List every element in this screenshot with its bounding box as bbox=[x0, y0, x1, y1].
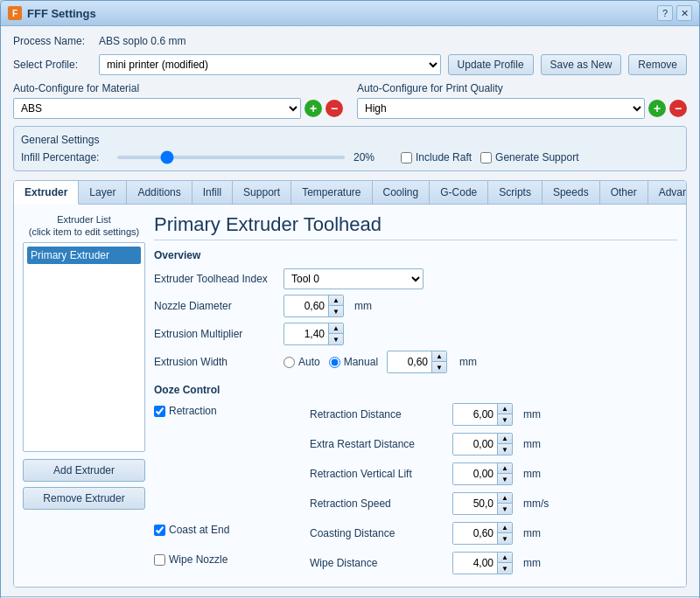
process-name-value: ABS soplo 0.6 mm bbox=[99, 35, 186, 47]
nozzle-diameter-row: Nozzle Diameter ▲ ▼ mm bbox=[154, 295, 677, 317]
ret-dist-down[interactable]: ▼ bbox=[498, 414, 512, 425]
tab-advanced[interactable]: Advanced bbox=[648, 181, 687, 204]
remove-button[interactable]: Remove bbox=[628, 54, 687, 75]
coasting-distance-input[interactable] bbox=[453, 523, 497, 544]
extrusion-width-spinbox: ▲ ▼ bbox=[387, 351, 447, 373]
nozzle-up-button[interactable]: ▲ bbox=[329, 296, 343, 306]
width-up-button[interactable]: ▲ bbox=[432, 351, 446, 362]
extrusion-width-input[interactable] bbox=[388, 351, 431, 372]
app-icon: F bbox=[8, 6, 22, 20]
nozzle-diameter-input[interactable] bbox=[284, 296, 328, 316]
wipe-nozzle-label[interactable]: Wipe Nozzle bbox=[154, 553, 303, 566]
add-quality-button[interactable]: + bbox=[648, 100, 666, 117]
retraction-speed-input[interactable] bbox=[453, 493, 497, 514]
extra-restart-down[interactable]: ▼ bbox=[498, 444, 512, 455]
vertical-lift-row: Retraction Vertical Lift ▲ ▼ mm bbox=[310, 462, 677, 485]
coast-up[interactable]: ▲ bbox=[498, 523, 512, 533]
retraction-distance-input[interactable] bbox=[453, 404, 497, 425]
tab-layer[interactable]: Layer bbox=[79, 181, 127, 204]
vertical-lift-label: Retraction Vertical Lift bbox=[310, 468, 445, 480]
wipe-distance-spinbox: ▲ ▼ bbox=[452, 552, 513, 574]
general-settings-panel: General Settings Infill Percentage: 20% … bbox=[13, 126, 687, 171]
tab-infill[interactable]: Infill bbox=[192, 181, 233, 204]
extrusion-width-auto-radio[interactable] bbox=[284, 357, 295, 368]
extra-restart-spinbox: ▲ ▼ bbox=[452, 433, 513, 455]
tab-temperature[interactable]: Temperature bbox=[291, 181, 372, 204]
ret-dist-up[interactable]: ▲ bbox=[498, 404, 512, 414]
wipe-up[interactable]: ▲ bbox=[498, 553, 512, 563]
vertical-lift-unit: mm bbox=[523, 468, 541, 480]
coasting-distance-row: Coasting Distance ▲ ▼ mm bbox=[310, 522, 677, 545]
vertical-lift-spinbox: ▲ ▼ bbox=[452, 462, 513, 485]
tab-additions[interactable]: Additions bbox=[127, 181, 192, 204]
extruder-list-item[interactable]: Primary Extruder bbox=[27, 247, 141, 264]
coast-down[interactable]: ▼ bbox=[498, 533, 512, 544]
extrusion-width-manual-radio[interactable] bbox=[329, 357, 340, 368]
save-as-new-button[interactable]: Save as New bbox=[541, 54, 622, 75]
wipe-nozzle-checkbox[interactable] bbox=[154, 554, 165, 566]
update-profile-button[interactable]: Update Profile bbox=[448, 54, 534, 75]
extruder-main-panel: Primary Extruder Toolhead Overview Extru… bbox=[154, 213, 677, 578]
quality-select[interactable]: High bbox=[357, 98, 645, 119]
retraction-speed-spinbox: ▲ ▼ bbox=[452, 492, 513, 515]
extrusion-width-label: Extrusion Width bbox=[154, 356, 276, 368]
extra-restart-input[interactable] bbox=[453, 434, 497, 455]
include-raft-checkbox[interactable] bbox=[401, 152, 412, 163]
extrusion-width-auto-label[interactable]: Auto bbox=[284, 356, 320, 368]
tab-speeds[interactable]: Speeds bbox=[542, 181, 600, 204]
extrusion-width-radio-group: Auto Manual ▲ ▼ bbox=[284, 351, 477, 373]
extra-restart-label: Extra Restart Distance bbox=[310, 438, 445, 450]
infill-percentage: 20% bbox=[354, 151, 374, 163]
retraction-distance-row: Retraction Distance ▲ ▼ mm bbox=[310, 403, 677, 426]
tabs-body: Extruder List (click item to edit settin… bbox=[14, 205, 686, 587]
wipe-distance-input[interactable] bbox=[453, 553, 497, 574]
vert-lift-up[interactable]: ▲ bbox=[498, 463, 512, 474]
generate-support-checkbox[interactable] bbox=[480, 152, 492, 163]
extruder-list-box: Primary Extruder bbox=[23, 242, 145, 452]
tab-gcode[interactable]: G-Code bbox=[430, 181, 488, 204]
extrusion-width-manual-label[interactable]: Manual bbox=[329, 356, 378, 368]
extruder-buttons: Add Extruder Remove Extruder bbox=[23, 459, 145, 510]
ret-speed-down[interactable]: ▼ bbox=[498, 504, 512, 514]
retraction-distance-unit: mm bbox=[523, 408, 541, 421]
include-raft-label[interactable]: Include Raft bbox=[401, 151, 472, 163]
tab-cooling[interactable]: Cooling bbox=[373, 181, 430, 204]
coast-at-end-label[interactable]: Coast at End bbox=[154, 524, 303, 536]
toolhead-index-select[interactable]: Tool 0 bbox=[284, 268, 424, 289]
profile-select[interactable]: mini printer (modified) bbox=[99, 54, 441, 75]
nozzle-down-button[interactable]: ▼ bbox=[329, 306, 343, 316]
generate-support-label[interactable]: Generate Support bbox=[480, 151, 578, 163]
retraction-checkbox[interactable] bbox=[154, 406, 165, 417]
multiplier-up-button[interactable]: ▲ bbox=[329, 323, 343, 334]
tab-support[interactable]: Support bbox=[233, 181, 291, 204]
auto-quality-group: Auto-Configure for Print Quality High + … bbox=[357, 82, 687, 119]
remove-quality-button[interactable]: − bbox=[669, 100, 687, 117]
width-down-button[interactable]: ▼ bbox=[432, 362, 446, 372]
wipe-down[interactable]: ▼ bbox=[498, 563, 512, 574]
tab-other[interactable]: Other bbox=[600, 181, 648, 204]
retraction-distance-label: Retraction Distance bbox=[310, 408, 445, 421]
infill-slider[interactable] bbox=[117, 156, 345, 159]
add-material-button[interactable]: + bbox=[304, 100, 322, 117]
extra-restart-row: Extra Restart Distance ▲ ▼ mm bbox=[310, 433, 677, 455]
extrusion-multiplier-row: Extrusion Multiplier ▲ ▼ bbox=[154, 323, 677, 345]
ret-speed-up[interactable]: ▲ bbox=[498, 493, 512, 504]
coast-at-end-checkbox[interactable] bbox=[154, 525, 165, 536]
remove-extruder-button[interactable]: Remove Extruder bbox=[23, 487, 145, 510]
extra-restart-up[interactable]: ▲ bbox=[498, 434, 512, 444]
material-select[interactable]: ABS bbox=[13, 98, 301, 119]
add-extruder-button[interactable]: Add Extruder bbox=[23, 459, 145, 482]
coasting-distance-spinbox: ▲ ▼ bbox=[452, 522, 513, 545]
extrusion-multiplier-label: Extrusion Multiplier bbox=[154, 328, 276, 340]
tab-extruder[interactable]: Extruder bbox=[14, 181, 79, 205]
vertical-lift-input[interactable] bbox=[453, 463, 497, 484]
help-button[interactable]: ? bbox=[657, 5, 673, 21]
remove-material-button[interactable]: − bbox=[326, 100, 343, 117]
close-button[interactable]: ✕ bbox=[676, 5, 692, 21]
vert-lift-down[interactable]: ▼ bbox=[498, 474, 512, 484]
multiplier-down-button[interactable]: ▼ bbox=[329, 334, 343, 344]
retraction-checkbox-label[interactable]: Retraction bbox=[154, 405, 303, 417]
tab-scripts[interactable]: Scripts bbox=[488, 181, 542, 204]
extrusion-multiplier-input[interactable] bbox=[284, 323, 328, 344]
panel-title: Primary Extruder Toolhead bbox=[154, 213, 677, 240]
